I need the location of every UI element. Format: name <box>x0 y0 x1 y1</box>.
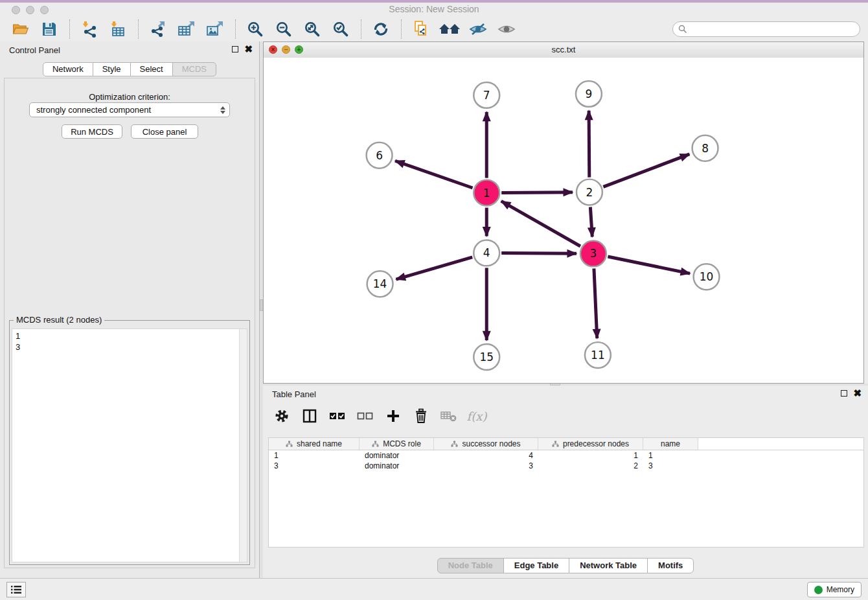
graph-edge-3-10[interactable] <box>608 257 690 273</box>
graph-node-10[interactable]: 10 <box>694 264 720 290</box>
tab-network[interactable]: Network <box>43 62 93 76</box>
graph-edge-2-9[interactable] <box>589 111 589 178</box>
zoom-selected-icon[interactable] <box>329 19 352 40</box>
graph-edge-1-2[interactable] <box>501 192 573 193</box>
memory-button[interactable]: Memory <box>807 582 862 597</box>
graph-node-11[interactable]: 11 <box>585 342 611 368</box>
svg-text:14: 14 <box>373 277 387 290</box>
tab-network-table[interactable]: Network Table <box>569 558 648 573</box>
table-cell: 3 <box>434 461 538 470</box>
table-cell: 2 <box>538 461 643 470</box>
zoom-fit-icon[interactable] <box>301 19 324 40</box>
export-table-icon[interactable] <box>175 19 198 40</box>
toolbar-separator <box>69 19 70 39</box>
graph-edge-2-8[interactable] <box>603 154 689 187</box>
select-all-checkboxes-icon[interactable] <box>329 408 346 424</box>
refresh-view-icon[interactable] <box>369 19 393 40</box>
search-box[interactable] <box>672 21 860 37</box>
graph-edge-2-3[interactable] <box>590 207 592 237</box>
table-cell: 1 <box>643 451 698 460</box>
memory-label: Memory <box>827 585 854 594</box>
export-image-icon[interactable] <box>203 19 227 40</box>
graph-node-2[interactable]: 2 <box>577 179 602 205</box>
copy-network-icon[interactable] <box>409 19 433 40</box>
close-panel-icon[interactable]: ✖ <box>244 46 253 52</box>
close-panel-icon[interactable]: ✖ <box>853 390 862 397</box>
tab-motifs[interactable]: Motifs <box>647 558 694 573</box>
result-scrollbar[interactable] <box>239 329 247 562</box>
column-header-shared-name[interactable]: shared name <box>269 438 360 450</box>
delete-column-icon[interactable] <box>413 408 429 424</box>
table-cell: 1 <box>538 451 643 460</box>
column-header-name[interactable]: name <box>643 438 698 450</box>
svg-text:6: 6 <box>376 149 383 162</box>
network-window-titlebar[interactable]: × – + scc.txt <box>264 42 863 58</box>
split-panel-icon[interactable] <box>301 408 318 424</box>
graph-edge-3-11[interactable] <box>594 268 597 338</box>
toolbar-separator <box>361 19 361 39</box>
control-panel-tabs: NetworkStyleSelectMCDS <box>0 62 259 76</box>
table-row[interactable]: 3dominator323 <box>269 461 863 471</box>
column-header-predecessor-nodes[interactable]: predecessor nodes <box>538 438 643 450</box>
open-session-icon[interactable] <box>9 19 32 40</box>
graph-node-14[interactable]: 14 <box>367 271 393 297</box>
memory-status-icon <box>814 586 823 594</box>
table-tabs: Node TableEdge TableNetwork TableMotifs <box>263 558 868 573</box>
table-panel: Table Panel ✖ <box>263 386 868 578</box>
show-all-icon[interactable] <box>495 19 518 40</box>
graph-node-6[interactable]: 6 <box>367 143 393 168</box>
delete-table-icon[interactable] <box>440 408 457 424</box>
tab-node-table[interactable]: Node Table <box>437 558 504 573</box>
table-settings-gear-icon[interactable] <box>273 408 290 424</box>
function-builder-icon[interactable]: f(x) <box>468 408 485 424</box>
graph-edge-4-14[interactable] <box>396 257 472 279</box>
zoom-out-icon[interactable] <box>272 19 295 40</box>
mcds-result-area[interactable]: 1 3 <box>12 329 247 562</box>
hide-selected-icon[interactable] <box>466 19 490 40</box>
save-session-icon[interactable] <box>38 19 61 40</box>
close-panel-button[interactable]: Close panel <box>131 124 198 139</box>
titlebar: Session: New Session <box>0 0 868 17</box>
toolbar-separator <box>138 19 139 39</box>
graph-node-1[interactable]: 1 <box>474 180 499 206</box>
search-input[interactable] <box>691 24 854 35</box>
tab-edge-table[interactable]: Edge Table <box>503 558 569 573</box>
add-column-icon[interactable] <box>385 408 402 424</box>
column-header-successor-nodes[interactable]: successor nodes <box>434 438 538 450</box>
main-toolbar <box>0 17 868 41</box>
graph-edge-1-6[interactable] <box>395 161 473 188</box>
optimization-criterion-label: Optimization criterion: <box>0 92 259 102</box>
task-history-button[interactable] <box>6 582 26 597</box>
tab-select[interactable]: Select <box>130 62 173 76</box>
mcds-result-title: MCDS result (2 nodes) <box>14 315 104 325</box>
import-table-icon[interactable] <box>106 19 130 40</box>
node-table: shared nameMCDS rolesuccessor nodesprede… <box>268 437 864 548</box>
criterion-select[interactable]: strongly connected component <box>29 102 230 117</box>
import-network-icon[interactable] <box>78 19 101 40</box>
export-network-icon[interactable] <box>146 19 170 40</box>
column-header-MCDS-role[interactable]: MCDS role <box>360 438 434 450</box>
graph-node-7[interactable]: 7 <box>474 82 499 108</box>
deselect-all-checkboxes-icon[interactable] <box>357 408 374 424</box>
table-cell: 4 <box>434 451 538 460</box>
table-cell: dominator <box>360 451 434 460</box>
graph-edge-4-3[interactable] <box>501 253 577 254</box>
graph-node-9[interactable]: 9 <box>576 81 602 107</box>
float-panel-icon[interactable] <box>841 390 847 397</box>
graph-node-8[interactable]: 8 <box>692 135 718 161</box>
graph-node-4[interactable]: 4 <box>474 240 499 266</box>
graph-node-3[interactable]: 3 <box>580 240 606 266</box>
table-row[interactable]: 1dominator411 <box>269 450 863 461</box>
network-canvas[interactable]: 7968124314101511 <box>264 58 863 383</box>
svg-text:8: 8 <box>702 142 709 155</box>
run-mcds-button[interactable]: Run MCDS <box>62 124 122 139</box>
float-panel-icon[interactable] <box>232 46 238 52</box>
graph-node-15[interactable]: 15 <box>474 344 499 370</box>
tab-style[interactable]: Style <box>93 62 131 76</box>
mcds-result-text: 1 3 <box>16 330 20 352</box>
graph-edge-3-1[interactable] <box>501 201 580 246</box>
tab-mcds[interactable]: MCDS <box>172 62 216 76</box>
zoom-in-icon[interactable] <box>244 19 267 40</box>
select-stepper-icon <box>220 106 225 114</box>
apply-layout-icon[interactable] <box>438 19 461 40</box>
